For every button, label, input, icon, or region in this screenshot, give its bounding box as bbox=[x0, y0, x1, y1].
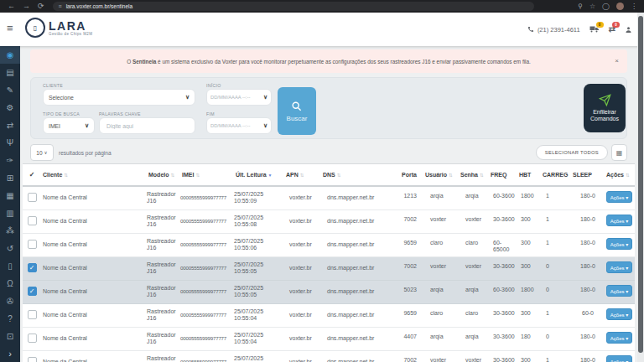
brand-logo[interactable]: ▯ LARA Gestão de Chips M2M bbox=[25, 18, 92, 38]
scrollbar-thumb[interactable] bbox=[638, 16, 643, 353]
user-icon[interactable] bbox=[625, 26, 632, 34]
search-icon[interactable]: ⚲ bbox=[578, 3, 583, 10]
sidebar-item-pencil[interactable]: ✎ bbox=[0, 81, 20, 99]
col-header-acoes[interactable]: Ações⇅ bbox=[605, 172, 635, 178]
col-header-senha[interactable]: Senha⇅ bbox=[459, 172, 489, 178]
row-checkbox[interactable] bbox=[28, 216, 37, 225]
page-size-select[interactable]: 10 ∨ bbox=[30, 144, 54, 161]
row-checkbox[interactable] bbox=[28, 357, 37, 362]
sidebar-item-sim-cards[interactable]: ▦ bbox=[0, 187, 20, 204]
sidebar-item-compose[interactable]: ✑ bbox=[0, 152, 20, 169]
row-actions-button[interactable]: Ações ▾ bbox=[606, 191, 632, 203]
leitura-date: 25/07/2025 bbox=[234, 191, 284, 198]
back-icon[interactable]: ← bbox=[8, 0, 15, 13]
row-actions-button[interactable]: Ações ▾ bbox=[606, 238, 632, 250]
cell-freq: 30-3600 bbox=[489, 304, 517, 317]
cell-modelo: Rastreador J16 bbox=[147, 187, 180, 204]
row-checkbox[interactable]: ✓ bbox=[28, 263, 37, 272]
cell-cliente: Nome da Central bbox=[41, 351, 147, 362]
cell-check bbox=[23, 304, 41, 319]
sidebar-item-cart[interactable]: ⊞ bbox=[0, 169, 20, 187]
row-actions-button[interactable]: Ações ▾ bbox=[606, 215, 632, 226]
row-actions-button[interactable]: Ações ▾ bbox=[606, 332, 632, 344]
hamburger-menu-icon[interactable]: ≡ bbox=[7, 22, 13, 34]
menu-icon[interactable]: ⋮ bbox=[631, 3, 637, 10]
col-header-porta[interactable]: Porta bbox=[395, 172, 423, 178]
col-header-carreg[interactable]: CARREG bbox=[541, 172, 571, 178]
palavras-chave-input[interactable] bbox=[105, 122, 190, 130]
page-scrollbar[interactable] bbox=[637, 13, 644, 362]
inicio-date-input[interactable]: DD/MM/AAAA --:-- ∨ bbox=[206, 89, 272, 106]
chevron-down-icon: ∨ bbox=[44, 150, 48, 155]
sort-icon: ⇅ bbox=[300, 173, 304, 178]
sidebar-item-help[interactable]: ? bbox=[0, 310, 20, 328]
row-actions-button[interactable]: Ações ▾ bbox=[606, 285, 632, 297]
row-actions-button[interactable]: Ações ▾ bbox=[606, 261, 632, 273]
cell-hbt: 300 bbox=[517, 210, 541, 223]
address-bar[interactable]: ≡ lara.voxter.com.br/sentinela bbox=[53, 2, 534, 11]
swap-icon-wrap[interactable]: ⇄ 0 bbox=[609, 25, 615, 34]
col-header-leitura[interactable]: Últ. Leitura▼ bbox=[234, 172, 284, 178]
sidebar-item-lock[interactable]: ✇ bbox=[0, 292, 20, 310]
sidebar-item-transfers[interactable]: ⇄ bbox=[0, 116, 20, 134]
palavras-chave-field bbox=[99, 117, 195, 134]
row-checkbox[interactable] bbox=[28, 334, 37, 343]
forward-icon[interactable]: → bbox=[23, 0, 30, 13]
sidebar-item-mobile[interactable]: ▯ bbox=[0, 257, 20, 275]
col-header-modelo[interactable]: Modelo⇅ bbox=[147, 172, 180, 178]
cell-senha: claro bbox=[459, 234, 489, 246]
row-checkbox[interactable]: ✓ bbox=[28, 287, 37, 296]
row-checkbox[interactable] bbox=[28, 193, 37, 202]
grid-view-icon[interactable]: ▦ bbox=[611, 144, 627, 161]
close-icon[interactable]: × bbox=[615, 57, 619, 65]
sidebar-nav: ◉▤✎⚙⇄Ψ✑⊞▦▥⁂↺▯Ω✇?⊡› bbox=[0, 46, 20, 362]
row-checkbox[interactable] bbox=[28, 310, 37, 319]
buscar-button[interactable]: Buscar bbox=[278, 87, 316, 135]
cell-modelo: Rastreador J16 bbox=[147, 304, 180, 322]
sidebar-item-settings[interactable]: ⚙ bbox=[0, 99, 20, 116]
col-header-dns[interactable]: DNS⇅ bbox=[321, 172, 395, 178]
cell-check: ✓ bbox=[23, 281, 41, 296]
select-all-button[interactable]: SELECIONAR TODOS bbox=[536, 145, 608, 160]
chip-orders-icon-wrap[interactable]: 0 bbox=[589, 25, 600, 34]
col-header-freq[interactable]: FREQ bbox=[489, 172, 517, 178]
sidebar-item-monitor[interactable]: ⊡ bbox=[0, 328, 20, 345]
enfileirar-comandos-button[interactable]: Enfileirar Comandos bbox=[584, 84, 626, 132]
site-settings-icon[interactable]: ≡ bbox=[59, 3, 62, 9]
sidebar-item-share[interactable]: ⁂ bbox=[0, 222, 20, 240]
sidebar-item-charts[interactable]: ▥ bbox=[0, 204, 20, 222]
extensions-icon[interactable]: ◯ bbox=[602, 3, 610, 10]
col-header-usuario[interactable]: Usuário⇅ bbox=[423, 172, 459, 178]
tipo-busca-select[interactable]: IMEI ∨ bbox=[43, 117, 95, 134]
fim-date-input[interactable]: DD/MM/AAAA --:-- ∨ bbox=[206, 117, 272, 134]
cell-sleep: 180-0 bbox=[571, 187, 605, 199]
row-actions-button[interactable]: Ações ▾ bbox=[606, 355, 632, 362]
col-header-cliente[interactable]: Cliente⇅ bbox=[41, 172, 147, 178]
cell-leitura: 25/07/202510:55:04 bbox=[234, 328, 284, 345]
cell-porta: 4407 bbox=[395, 328, 423, 340]
sidebar-item-expand[interactable]: › bbox=[0, 345, 20, 362]
col-header-apn[interactable]: APN⇅ bbox=[284, 172, 321, 178]
sidebar-item-documents[interactable]: ▤ bbox=[0, 64, 20, 81]
profile-avatar[interactable] bbox=[616, 3, 624, 10]
bookmark-star-icon[interactable]: ☆ bbox=[589, 3, 595, 10]
sort-icon: ⇅ bbox=[64, 173, 68, 178]
sidebar-item-support[interactable]: Ω bbox=[0, 275, 20, 292]
lock-icon: ✇ bbox=[7, 297, 13, 306]
col-header-sleep[interactable]: SLEEP bbox=[571, 172, 605, 178]
cell-acoes: Ações ▾ bbox=[605, 187, 635, 203]
col-label-hbt: HBT bbox=[519, 172, 531, 178]
row-checkbox[interactable] bbox=[28, 240, 37, 249]
sidebar-item-history[interactable]: ↺ bbox=[0, 240, 20, 257]
sidebar-item-antenna[interactable]: Ψ bbox=[0, 134, 20, 152]
cell-freq: 30-3600 bbox=[489, 351, 517, 362]
cell-acoes: Ações ▾ bbox=[605, 328, 635, 344]
col-header-imei[interactable]: IMEI⇅ bbox=[180, 172, 234, 178]
cell-cliente: Nome da Central bbox=[41, 304, 147, 318]
reload-icon[interactable]: ⟳ bbox=[38, 0, 44, 13]
col-header-hbt[interactable]: HBT bbox=[517, 172, 541, 178]
row-actions-button[interactable]: Ações ▾ bbox=[606, 308, 632, 320]
sidebar-item-dashboard[interactable]: ◉ bbox=[0, 46, 20, 64]
cliente-select[interactable]: Selecione ∨ bbox=[43, 89, 195, 106]
sort-icon: ⇅ bbox=[449, 173, 453, 178]
